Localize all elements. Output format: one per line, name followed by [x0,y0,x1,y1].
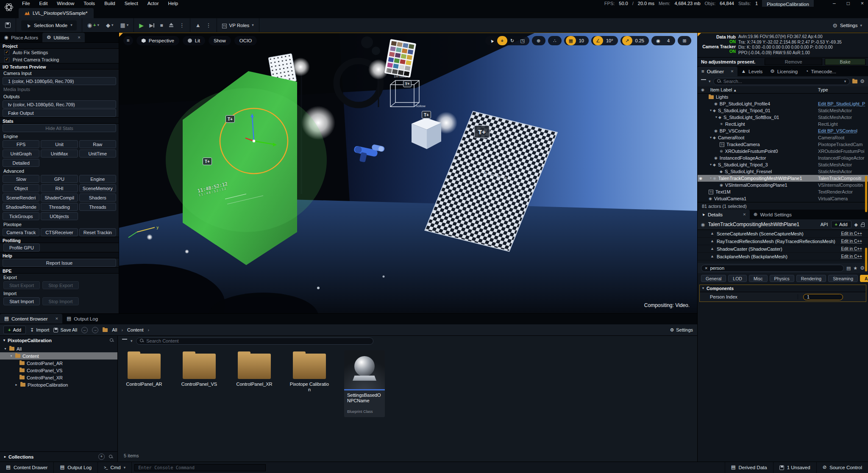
menu-tools[interactable]: Tools [83,1,95,6]
vp-roles-dropdown[interactable]: VP Roles [222,22,254,28]
rotation-snap-value[interactable]: 10° [603,36,616,45]
chevron-down-icon[interactable] [714,116,718,119]
platforms-icon[interactable] [195,22,201,28]
edit-in-cpp-link[interactable]: Edit in C++ [841,254,862,259]
tab-timecode[interactable]: Timecode... [801,66,840,76]
import-button[interactable]: Import [30,327,49,332]
maximize-button[interactable] [847,1,850,6]
folder-tile[interactable]: ControlPanel_AR [124,350,164,387]
checkbox-checked[interactable] [4,57,9,62]
stat-button[interactable]: ShadowRende [3,203,39,211]
outliner-row[interactable]: CameraRootCameraRoot [698,134,868,141]
move-tool[interactable] [497,36,507,45]
stat-button[interactable]: Shaders [79,194,116,202]
filter-physics[interactable]: Physics [770,275,794,282]
chevron-down-icon[interactable] [709,80,711,83]
console-input[interactable] [138,465,262,470]
outliner-row[interactable]: Lights [698,94,868,100]
close-icon[interactable] [731,69,734,74]
component-row[interactable]: RayTracedReflectionsMesh (RayTracedRefle… [698,238,868,245]
tree-item[interactable]: PixotopeCalibration [0,381,117,388]
stat-button[interactable]: Threading [41,203,78,211]
clear-search-icon[interactable] [705,266,707,271]
ocio-dropdown[interactable]: OCIO [234,36,257,45]
maximize-viewport-button[interactable] [679,36,690,45]
viewport[interactable]: y Perspective Lit Show OCIO 10 [119,33,697,313]
folder-tile[interactable]: Pixotope Calibration [289,350,330,393]
tree-item[interactable]: ControlPanel_AR [0,360,117,367]
show-dropdown[interactable]: Show [209,36,231,45]
stat-button[interactable]: Camera Track [3,228,39,236]
eye-icon[interactable] [701,88,704,92]
details-scrollbar[interactable] [865,248,867,271]
outliner-row[interactable]: VSInternalCompositingPlane1VSInternalCom… [698,182,868,188]
chevron-down-icon[interactable] [709,163,713,166]
perspective-dropdown[interactable]: Perspective [136,36,179,45]
details-search[interactable] [701,265,844,272]
tab-outliner[interactable]: Outliner [698,66,737,76]
play-options-icon[interactable] [179,22,185,28]
grid-snap-value[interactable]: 10 [576,36,587,45]
stat-button[interactable]: UnitTime [79,149,116,158]
save-all-button[interactable]: Save All [53,327,77,332]
outliner-row[interactable]: TrackedCameraPixotopeTrackedCam [698,141,868,148]
source-header[interactable]: PixotopeCalibration [0,336,117,345]
add-actor-dropdown[interactable] [87,22,99,28]
column-type[interactable]: Type [818,87,828,92]
grid-snap-toggle[interactable] [566,36,576,45]
tab-output-log[interactable]: Output Log [62,314,102,324]
component-row[interactable]: BackplaneMesh (BackplaneMesh)Edit in C++ [698,253,868,260]
cinematics-dropdown[interactable] [120,22,129,28]
level-tab[interactable]: LVL_PixotopeVSSample* [19,8,94,18]
filter-all[interactable]: All [860,275,868,282]
tree-item-all[interactable]: All [0,345,117,352]
forward-button[interactable] [92,327,98,333]
viewport-options-menu[interactable] [123,36,133,45]
eye-icon[interactable] [699,177,702,180]
collections-bar[interactable]: Collections [0,451,117,462]
details-search-input[interactable] [710,266,840,271]
stat-button[interactable]: Detailed [3,159,39,167]
folder-tile[interactable]: ControlPanel_VS [179,350,220,387]
select-tool[interactable] [487,36,497,45]
search-input[interactable] [723,79,842,84]
remove-button[interactable]: Remove [765,58,822,65]
profile-gpu-button[interactable]: Profile GPU [3,243,40,252]
outliner-row-selected[interactable]: TalenTrackCompositingMeshWithPlane1Talen… [698,175,868,182]
cmd-dropdown[interactable]: Cmd [98,462,132,473]
tree-item[interactable]: ControlPanel_XR [0,374,117,381]
stat-button[interactable]: GPU [41,175,78,183]
edit-blueprint-link[interactable]: Edit BP_VSControl [818,128,868,133]
outliner-row[interactable]: Text1MTextRenderActor [698,188,868,195]
hide-all-stats-button[interactable]: Hide All Stats [3,124,116,132]
filter-misc[interactable]: Misc [749,275,768,282]
favorites-icon[interactable] [853,266,857,271]
filter-icon[interactable] [701,79,706,83]
outliner-row[interactable]: BP_VSControlEdit BP_VSControl [698,127,868,134]
stat-button[interactable]: CTSReceiver [41,228,78,236]
stop-import-button[interactable]: Stop Import [42,297,79,305]
menu-edit[interactable]: Edit [39,1,48,6]
stat-button[interactable]: Reset Trackin [79,228,116,236]
stat-button[interactable]: Unit [41,140,78,148]
tab-place-actors[interactable]: Place Actors [0,33,42,42]
api-label[interactable]: API [821,222,828,227]
scale-snap-toggle[interactable] [622,36,632,45]
world-space-toggle[interactable] [534,36,544,45]
platforms-options-icon[interactable] [206,22,211,28]
column-item-label[interactable]: Item Label ▲ [710,87,818,92]
breadcrumb-all[interactable]: All [112,327,117,332]
stat-button[interactable]: TickGroups [3,212,39,220]
play-button[interactable] [139,22,144,28]
filter-lod[interactable]: LOD [728,275,747,282]
console-input-box[interactable] [134,464,266,471]
filter-icon[interactable] [122,339,127,343]
add-component-button[interactable]: Add [831,221,851,228]
add-button[interactable]: Add [3,326,26,334]
stat-button[interactable]: UObjects [41,212,78,220]
stat-button[interactable]: FPS [3,140,39,148]
surface-snap-toggle[interactable] [550,36,560,45]
scale-snap-value[interactable]: 0.25 [632,36,647,45]
stat-button[interactable]: RHI [41,184,78,192]
tab-world-settings[interactable]: World Settings [750,210,796,219]
